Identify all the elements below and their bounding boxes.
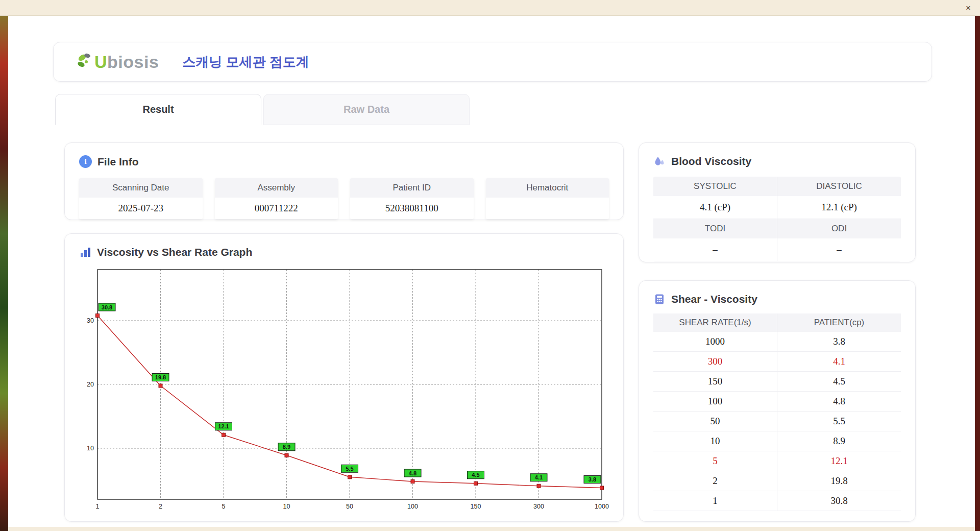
chart-area: 1020301251050100150300100030.819.812.18.… <box>79 263 609 517</box>
svg-text:3.8: 3.8 <box>589 476 596 482</box>
svg-text:5: 5 <box>222 503 226 510</box>
table-row: 1504.5 <box>653 372 901 392</box>
field-patient-id: Patient ID 52038081100 <box>350 178 474 219</box>
calculator-icon <box>653 293 666 305</box>
svg-text:300: 300 <box>533 503 544 510</box>
table-row: 512.1 <box>653 451 901 471</box>
droplet-icon <box>653 155 666 167</box>
svg-text:30: 30 <box>87 317 94 324</box>
svg-text:19.8: 19.8 <box>155 374 166 380</box>
field-value: 2025-07-23 <box>79 198 203 219</box>
svg-text:5.5: 5.5 <box>346 466 353 472</box>
graph-title: Viscosity vs Shear Rate Graph <box>97 246 252 258</box>
shear-rate-value: 300 <box>653 352 777 371</box>
svg-text:50: 50 <box>346 503 353 510</box>
bv-value-row: 4.1 (cP) 12.1 (cP) <box>653 196 901 219</box>
info-icon: i <box>79 155 92 168</box>
odi-value: – <box>777 238 901 261</box>
desktop-background-strip <box>0 0 8 531</box>
table-row: 10003.8 <box>653 332 901 352</box>
tab-result[interactable]: Result <box>55 94 261 125</box>
shear-table: SHEAR RATE(1/s) PATIENT(cp) 10003.83004.… <box>653 313 901 511</box>
patient-viscosity-value: 30.8 <box>777 491 901 511</box>
field-label: Patient ID <box>350 178 474 198</box>
systolic-value: 4.1 (cP) <box>653 196 777 219</box>
table-row: 1004.8 <box>653 392 901 412</box>
ubiosis-logo: Ubiosis <box>75 51 159 73</box>
svg-text:1: 1 <box>96 503 100 510</box>
bv-header-row-2: TODI ODI <box>653 219 901 238</box>
viscosity-chart: 1020301251050100150300100030.819.812.18.… <box>79 263 610 515</box>
viscosity-graph-card: Viscosity vs Shear Rate Graph 1020301251… <box>64 233 624 522</box>
shear-rate-value: 10 <box>653 431 777 451</box>
field-hematocrit: Hematocrit <box>486 178 609 219</box>
blood-viscosity-table: SYSTOLIC DIASTOLIC 4.1 (cP) 12.1 (cP) TO… <box>653 177 901 261</box>
shear-rate-value: 1000 <box>653 332 777 351</box>
patient-viscosity-value: 4.8 <box>777 392 901 411</box>
todi-value: – <box>653 238 777 261</box>
svg-text:1000: 1000 <box>595 503 609 510</box>
field-value <box>486 198 609 219</box>
svg-text:4.1: 4.1 <box>535 474 543 480</box>
diastolic-header: DIASTOLIC <box>777 177 901 196</box>
todi-header: TODI <box>653 219 777 238</box>
file-info-fields: Scanning Date 2025-07-23 Assembly 000711… <box>79 178 609 219</box>
bar-chart-icon <box>79 246 91 258</box>
shear-viscosity-card: Shear - Viscosity SHEAR RATE(1/s) PATIEN… <box>639 280 916 522</box>
patient-header: PATIENT(cp) <box>777 313 901 332</box>
window-titlebar: × <box>0 0 980 16</box>
table-row: 130.8 <box>653 491 901 511</box>
logo-rest: biosis <box>107 52 159 71</box>
field-scanning-date: Scanning Date 2025-07-23 <box>79 178 203 219</box>
shear-rate-value: 5 <box>653 451 777 471</box>
shear-rate-value: 150 <box>653 372 777 391</box>
svg-text:10: 10 <box>283 503 290 510</box>
bv-value-row-2: – – <box>653 238 901 261</box>
shear-rate-value: 100 <box>653 392 777 411</box>
blood-viscosity-title: Blood Viscosity <box>671 155 751 167</box>
file-info-title-row: i File Info <box>79 155 609 168</box>
patient-viscosity-value: 4.5 <box>777 372 901 391</box>
svg-text:20: 20 <box>87 381 94 388</box>
svg-text:100: 100 <box>407 503 418 510</box>
patient-viscosity-value: 12.1 <box>777 451 901 471</box>
svg-text:10: 10 <box>87 445 94 452</box>
svg-text:4.8: 4.8 <box>409 470 416 476</box>
svg-text:30.8: 30.8 <box>102 304 112 310</box>
systolic-header: SYSTOLIC <box>653 177 777 196</box>
table-row: 505.5 <box>653 412 901 431</box>
shear-rate-header: SHEAR RATE(1/s) <box>653 313 777 332</box>
svg-text:150: 150 <box>471 503 481 510</box>
logo-text: Ubiosis <box>94 52 159 72</box>
blood-viscosity-title-row: Blood Viscosity <box>653 155 901 167</box>
field-value: 52038081100 <box>350 198 474 219</box>
patient-viscosity-value: 3.8 <box>777 332 901 351</box>
field-label: Scanning Date <box>79 178 203 198</box>
field-label: Assembly <box>215 178 338 198</box>
app-window: Ubiosis 스캐닝 모세관 점도계 Result Raw Data i Fi… <box>8 16 975 531</box>
svg-text:8.9: 8.9 <box>283 444 290 450</box>
diastolic-value: 12.1 (cP) <box>777 196 901 219</box>
tab-raw-data[interactable]: Raw Data <box>263 94 470 125</box>
table-row: 108.9 <box>653 431 901 451</box>
file-info-title: File Info <box>97 156 139 168</box>
file-info-card: i File Info Scanning Date 2025-07-23 Ass… <box>64 142 624 220</box>
close-icon[interactable]: × <box>963 3 974 14</box>
field-value: 000711222 <box>215 198 338 219</box>
shear-viscosity-title-row: Shear - Viscosity <box>653 293 901 305</box>
shear-viscosity-title: Shear - Viscosity <box>671 293 757 305</box>
graph-title-row: Viscosity vs Shear Rate Graph <box>79 246 609 258</box>
table-row: 219.8 <box>653 471 901 491</box>
patient-viscosity-value: 19.8 <box>777 471 901 491</box>
odi-header: ODI <box>777 219 901 238</box>
table-row: 3004.1 <box>653 352 901 372</box>
patient-viscosity-value: 8.9 <box>777 431 901 451</box>
svg-text:12.1: 12.1 <box>218 423 229 429</box>
patient-viscosity-value: 4.1 <box>777 352 901 371</box>
shear-rate-value: 2 <box>653 471 777 491</box>
tab-bar: Result Raw Data <box>55 94 470 125</box>
field-assembly: Assembly 000711222 <box>215 178 338 219</box>
svg-text:2: 2 <box>159 503 162 510</box>
shear-rate-value: 1 <box>653 491 777 511</box>
logo-letter-u: U <box>94 52 107 71</box>
